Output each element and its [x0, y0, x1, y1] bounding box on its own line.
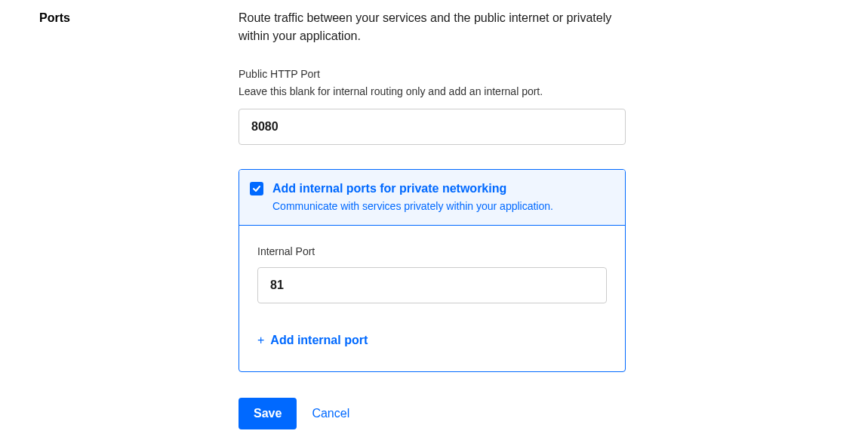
public-port-input[interactable]: [239, 109, 626, 145]
internal-port-label: Internal Port: [257, 244, 607, 260]
plus-icon: +: [257, 334, 264, 347]
internal-port-input[interactable]: [257, 267, 607, 303]
section-title: Ports: [39, 9, 239, 27]
internal-ports-checkbox[interactable]: [250, 182, 263, 195]
save-button[interactable]: Save: [239, 398, 297, 429]
add-internal-port-label: Add internal port: [270, 334, 368, 347]
internal-ports-title: Add internal ports for private networkin…: [272, 180, 614, 197]
internal-ports-subtitle: Communicate with services privately with…: [272, 198, 614, 214]
cancel-button[interactable]: Cancel: [312, 407, 349, 420]
public-port-label: Public HTTP Port: [239, 66, 722, 82]
check-icon: [252, 184, 261, 193]
section-description: Route traffic between your services and …: [239, 9, 631, 45]
internal-ports-header: Add internal ports for private networkin…: [239, 170, 625, 226]
internal-ports-section: Add internal ports for private networkin…: [239, 169, 626, 372]
public-port-help: Leave this blank for internal routing on…: [239, 84, 722, 100]
add-internal-port-button[interactable]: + Add internal port: [257, 334, 368, 347]
